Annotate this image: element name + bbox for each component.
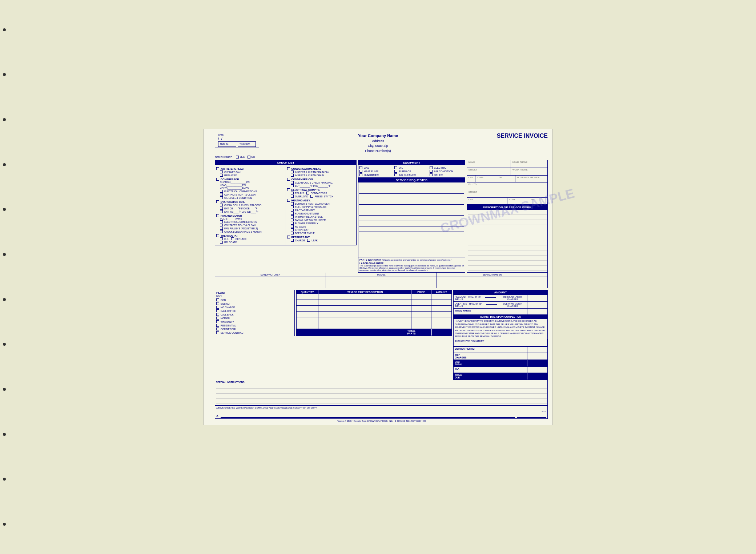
amt-6[interactable] bbox=[431, 323, 451, 329]
price-2[interactable] bbox=[411, 300, 431, 305]
trip-charges-value[interactable] bbox=[527, 353, 547, 360]
residential-checkbox[interactable] bbox=[216, 324, 219, 327]
contacts2-checkbox[interactable] bbox=[220, 224, 223, 226]
inspect-clean-checkbox[interactable] bbox=[291, 174, 294, 177]
normal-checkbox[interactable] bbox=[216, 317, 219, 320]
heat-pump-checkbox[interactable] bbox=[359, 170, 362, 173]
oil-level-checkbox[interactable] bbox=[220, 196, 223, 199]
refrigerant-checkbox[interactable] bbox=[287, 236, 290, 238]
air-filters-checkbox[interactable] bbox=[216, 167, 219, 170]
heating-assy-checkbox[interactable] bbox=[287, 199, 290, 202]
strip-heat-checkbox[interactable] bbox=[291, 228, 294, 231]
evaporator-checkbox[interactable] bbox=[216, 200, 219, 203]
ok-checkbox[interactable] bbox=[220, 237, 223, 240]
press-switch-checkbox[interactable] bbox=[310, 195, 313, 198]
inspect-drain-checkbox[interactable] bbox=[291, 170, 294, 173]
enviro-value[interactable] bbox=[527, 347, 547, 353]
amt-5[interactable] bbox=[431, 317, 451, 323]
contacts-checkbox[interactable] bbox=[220, 193, 223, 196]
desc-5[interactable] bbox=[318, 317, 411, 323]
call-back-checkbox[interactable] bbox=[216, 313, 219, 316]
rv-valve-checkbox[interactable] bbox=[291, 225, 294, 228]
desc-6[interactable] bbox=[318, 323, 411, 329]
commercial-checkbox[interactable] bbox=[216, 328, 219, 330]
replaced-checkbox[interactable] bbox=[220, 174, 223, 177]
replace-checkbox[interactable] bbox=[231, 237, 234, 240]
relocate-checkbox[interactable] bbox=[220, 241, 223, 244]
price-4[interactable] bbox=[411, 312, 431, 317]
elec-conn2-checkbox[interactable] bbox=[220, 220, 223, 223]
no-charge-checkbox[interactable] bbox=[216, 306, 219, 309]
qty-6[interactable] bbox=[297, 323, 318, 329]
thermostat-checkbox[interactable] bbox=[216, 234, 219, 237]
serial-data[interactable] bbox=[437, 277, 547, 288]
furnace-checkbox[interactable] bbox=[394, 170, 397, 173]
bill-street-value[interactable] bbox=[469, 193, 546, 197]
desc-3[interactable] bbox=[318, 306, 411, 311]
condensation-checkbox[interactable] bbox=[287, 167, 290, 170]
manufacturer-data[interactable] bbox=[215, 277, 326, 288]
gas-checkbox[interactable] bbox=[359, 166, 362, 169]
total-parts-summary-value[interactable] bbox=[527, 309, 547, 314]
date-sig-line[interactable] bbox=[517, 413, 546, 418]
desc-4[interactable] bbox=[318, 312, 411, 317]
cod-checkbox[interactable] bbox=[216, 298, 219, 301]
total-due-value[interactable] bbox=[527, 373, 547, 380]
fan-limit-checkbox[interactable] bbox=[291, 218, 294, 221]
desc-1[interactable] bbox=[318, 294, 411, 300]
blower-checkbox[interactable] bbox=[291, 222, 294, 225]
fan-pulleys-checkbox[interactable] bbox=[220, 227, 223, 230]
fan-motor-checkbox[interactable] bbox=[216, 214, 219, 217]
yes-checkbox[interactable] bbox=[236, 156, 239, 158]
call-office-checkbox[interactable] bbox=[216, 309, 219, 312]
qty-3[interactable] bbox=[297, 306, 318, 311]
service-contract-checkbox[interactable] bbox=[216, 331, 219, 334]
sub-total-value[interactable] bbox=[527, 360, 547, 366]
ent-db-checkbox[interactable] bbox=[220, 207, 223, 210]
elec-comps-checkbox[interactable] bbox=[287, 188, 290, 191]
regular-charge-value[interactable] bbox=[527, 295, 547, 301]
amt-4[interactable] bbox=[431, 312, 451, 317]
billing-checkbox[interactable] bbox=[216, 302, 219, 305]
oil-checkbox[interactable] bbox=[394, 166, 397, 169]
air-cleaner-checkbox[interactable] bbox=[394, 173, 397, 176]
amt-1[interactable] bbox=[431, 294, 451, 300]
home-phone-value[interactable] bbox=[512, 163, 546, 167]
other-checkbox[interactable] bbox=[430, 173, 433, 176]
price-5[interactable] bbox=[411, 317, 431, 323]
air-condition-checkbox[interactable] bbox=[430, 170, 433, 173]
defrost-checkbox[interactable] bbox=[291, 232, 294, 234]
qty-5[interactable] bbox=[297, 317, 318, 323]
price-3[interactable] bbox=[411, 306, 431, 311]
work-phone-value[interactable] bbox=[512, 171, 546, 174]
contactors-checkbox[interactable] bbox=[306, 192, 309, 194]
total-parts-value[interactable] bbox=[431, 329, 451, 336]
no-checkbox[interactable] bbox=[248, 156, 250, 158]
signature-line[interactable] bbox=[221, 413, 515, 418]
electric-checkbox[interactable] bbox=[430, 166, 433, 169]
charge-checkbox[interactable] bbox=[291, 239, 294, 242]
cleaned-checkbox[interactable] bbox=[220, 170, 223, 173]
clean-coil2-checkbox[interactable] bbox=[291, 181, 294, 184]
overload-checkbox[interactable] bbox=[291, 195, 294, 198]
amt-3[interactable] bbox=[431, 306, 451, 311]
qty-1[interactable] bbox=[297, 294, 318, 300]
price-6[interactable] bbox=[411, 323, 431, 329]
clean-coil-checkbox[interactable] bbox=[220, 204, 223, 206]
model-data[interactable] bbox=[326, 277, 437, 288]
price-1[interactable] bbox=[411, 294, 431, 300]
relays-checkbox[interactable] bbox=[291, 192, 294, 194]
street-value[interactable] bbox=[469, 171, 509, 174]
humidifier-checkbox[interactable] bbox=[359, 173, 362, 176]
condenser-coil-checkbox[interactable] bbox=[287, 178, 290, 181]
qty-2[interactable] bbox=[297, 300, 318, 305]
leak-checkbox[interactable] bbox=[307, 239, 310, 242]
primary-relay-checkbox[interactable] bbox=[291, 215, 294, 218]
ent-checkbox[interactable] bbox=[291, 184, 294, 187]
tax-value[interactable] bbox=[527, 367, 547, 373]
pilot-checkbox[interactable] bbox=[291, 209, 294, 212]
desc-2[interactable] bbox=[318, 300, 411, 305]
burner-checkbox[interactable] bbox=[291, 202, 294, 205]
flame-checkbox[interactable] bbox=[291, 212, 294, 215]
amt-2[interactable] bbox=[431, 300, 451, 305]
